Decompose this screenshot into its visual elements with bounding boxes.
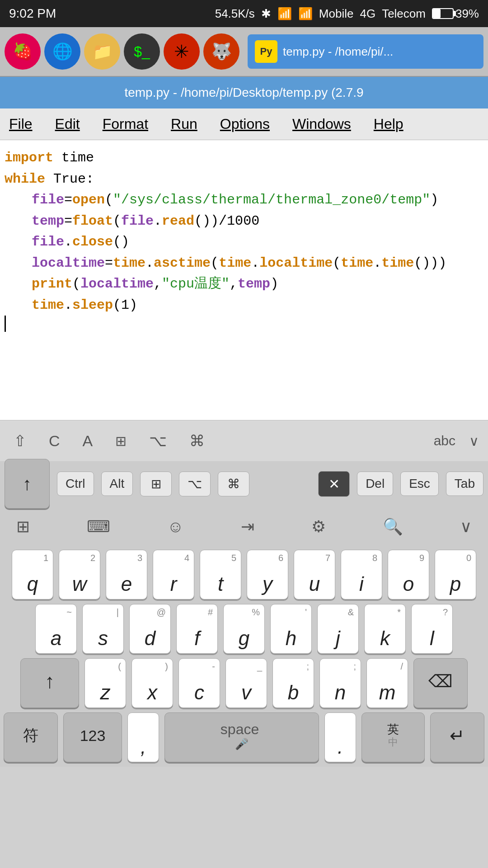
key-l[interactable]: ?l (411, 604, 453, 654)
raspberry-pi-icon[interactable]: 🍓 (5, 33, 41, 70)
alt-key[interactable]: Alt (101, 472, 133, 496)
apps-toolbar-icon[interactable]: ⊞ (9, 514, 37, 540)
wifi-icon: 📶 (277, 7, 292, 21)
folder-icon[interactable]: 📁 (84, 33, 120, 70)
cmd-top-key[interactable]: ⌘ (185, 429, 209, 453)
num-key[interactable]: 123 (63, 712, 122, 762)
key-row-1: 1q 2w 3e 4r 5t 6y 7u 8i 9o 0p (0, 550, 488, 599)
key-b[interactable]: ;b (272, 658, 314, 708)
key-n[interactable]: ;n (319, 658, 361, 708)
keyboard-modifier-top: ⇧ C A ⊞ ⌥ ⌘ abc ∨ (0, 420, 488, 461)
code-line-3: file=open("/sys/class/thermal/thermal_zo… (5, 189, 483, 211)
code-line-cursor (5, 316, 483, 332)
opt-top-key[interactable]: ⌥ (145, 429, 171, 453)
ctrl-key[interactable]: Ctrl (57, 472, 94, 496)
key-w[interactable]: 2w (59, 550, 100, 599)
menu-edit[interactable]: Edit (51, 113, 84, 135)
menu-options[interactable]: Options (216, 113, 274, 135)
key-row-3: ↑ (z )x -c _v ;b ;n /m ⌫ (0, 658, 488, 708)
editor-title: temp.py - /home/pi/Desktop/temp.py (2.7.… (124, 85, 363, 100)
settings-icon[interactable]: ⚙ (304, 514, 333, 540)
key-v[interactable]: _v (225, 658, 267, 708)
key-u[interactable]: 7u (294, 550, 335, 599)
code-line-1: import time (5, 147, 483, 169)
key-r[interactable]: 4r (153, 550, 194, 599)
key-d[interactable]: @d (129, 604, 171, 654)
main-shift-key[interactable]: ↑ (20, 658, 79, 708)
comma-key[interactable]: , (127, 712, 159, 762)
key-h[interactable]: 'h (270, 604, 312, 654)
window-title: temp.py - /home/pi/... (283, 45, 393, 59)
collapse-keyboard-icon[interactable]: ∨ (453, 514, 479, 540)
burst-icon[interactable]: ✳ (164, 33, 200, 70)
code-line-8: time.sleep(1) (5, 295, 483, 316)
code-line-6: localtime=time.asctime(time.localtime(ti… (5, 253, 483, 274)
del-key[interactable]: Del (357, 472, 393, 496)
cmd-key[interactable]: ⌘ (218, 472, 249, 496)
period-key[interactable]: . (324, 712, 356, 762)
key-y[interactable]: 6y (247, 550, 288, 599)
code-line-4: temp=float(file.read())/1000 (5, 211, 483, 232)
alt-top-key[interactable]: A (78, 429, 98, 453)
fu-key[interactable]: 符 (4, 712, 58, 762)
code-editor[interactable]: import time while True: file=open("/sys/… (0, 140, 488, 420)
key-k[interactable]: *k (364, 604, 406, 654)
battery-indicator: 39% (432, 7, 479, 21)
lang-key[interactable]: 英中 (361, 712, 425, 762)
signal-icon: 📶 (298, 7, 313, 21)
carrier-label: Telecom (382, 7, 426, 21)
win-top-key[interactable]: ⊞ (111, 430, 131, 452)
editor-titlebar: temp.py - /home/pi/Desktop/temp.py (2.7.… (0, 77, 488, 108)
key-p[interactable]: 0p (435, 550, 476, 599)
key-g[interactable]: %g (223, 604, 265, 654)
code-line-5: file.close() (5, 231, 483, 253)
wolf-icon[interactable]: 🐺 (203, 33, 239, 70)
terminal-icon[interactable]: $_ (124, 33, 160, 70)
status-right: 54.5K/s ✱ 📶 📶 Mobile 4G Telecom 39% (215, 7, 479, 21)
shift-key[interactable]: ↑ (5, 459, 50, 509)
keyboard-layout-icon[interactable]: ⌨ (80, 514, 117, 540)
menu-help[interactable]: Help (369, 113, 408, 135)
menu-format[interactable]: Format (98, 113, 153, 135)
opt-key[interactable]: ⌥ (179, 472, 211, 496)
bluetooth-icon: ✱ (261, 7, 271, 21)
menu-run[interactable]: Run (166, 113, 202, 135)
keyboard-toolbar: ⊞ ⌨ ☺ ⇥ ⚙ 🔍 ∨ (0, 506, 488, 547)
key-f[interactable]: #f (176, 604, 218, 654)
key-i[interactable]: 8i (341, 550, 382, 599)
code-line-7: print(localtime,"cpu温度",temp) (5, 274, 483, 295)
key-x[interactable]: )x (131, 658, 173, 708)
key-z[interactable]: (z (84, 658, 126, 708)
active-window-button[interactable]: Py temp.py - /home/pi/... (248, 34, 483, 69)
main-backspace-key[interactable]: ⌫ (413, 658, 468, 708)
menu-windows[interactable]: Windows (288, 113, 356, 135)
backspace-key[interactable]: ✕ (318, 471, 350, 497)
esc-key[interactable]: Esc (400, 472, 439, 496)
emoji-icon[interactable]: ☺ (160, 514, 191, 540)
key-s[interactable]: |s (82, 604, 124, 654)
status-left: 9:02 PM (9, 6, 56, 21)
collapse-keyboard-top-icon[interactable]: ∨ (469, 433, 479, 449)
menu-file[interactable]: File (5, 113, 37, 135)
key-o[interactable]: 9o (388, 550, 429, 599)
search-icon[interactable]: 🔍 (375, 514, 410, 540)
key-a[interactable]: ~a (35, 604, 77, 654)
win-key[interactable]: ⊞ (140, 472, 172, 496)
ctrl-top-key[interactable]: C (44, 429, 65, 453)
key-row-2: ~a |s @d #f %g 'h &j *k ?l (0, 604, 488, 654)
python-icon: Py (255, 40, 277, 63)
key-c[interactable]: -c (178, 658, 220, 708)
tab-key[interactable]: Tab (446, 472, 483, 496)
space-key[interactable]: space 🎤 (164, 712, 319, 762)
keyboard-mode-label: abc (434, 433, 455, 448)
key-m[interactable]: /m (366, 658, 408, 708)
key-e[interactable]: 3e (106, 550, 147, 599)
enter-key[interactable]: ↵ (430, 712, 484, 762)
key-q[interactable]: 1q (12, 550, 53, 599)
key-t[interactable]: 5t (200, 550, 241, 599)
shift-top-key[interactable]: ⇧ (9, 429, 31, 453)
key-j[interactable]: &j (317, 604, 359, 654)
cursor-tool-icon[interactable]: ⇥ (234, 514, 262, 540)
lte-icon: 4G (360, 7, 375, 21)
browser-icon[interactable]: 🌐 (44, 33, 80, 70)
